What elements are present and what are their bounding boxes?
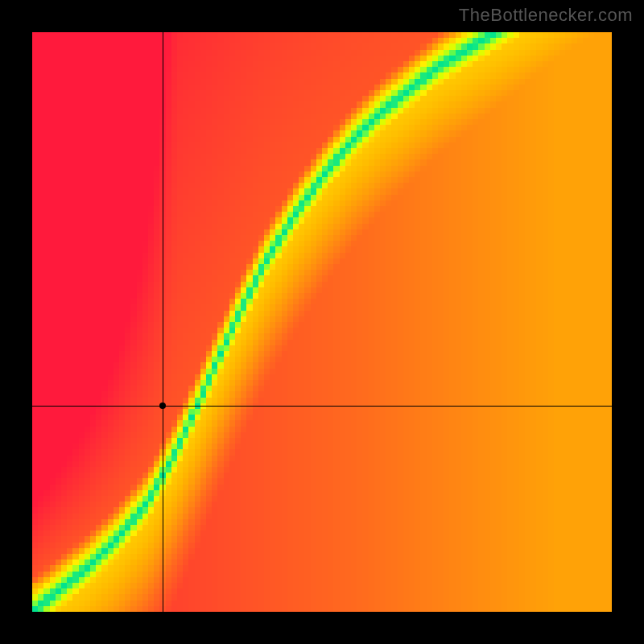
watermark-text: TheBottlenecker.com [459, 5, 633, 26]
chart-frame: TheBottlenecker.com [0, 0, 644, 644]
crosshair-vertical [163, 32, 163, 612]
crosshair-marker [159, 402, 166, 409]
crosshair-horizontal [32, 406, 612, 407]
heatmap-canvas [32, 32, 612, 612]
